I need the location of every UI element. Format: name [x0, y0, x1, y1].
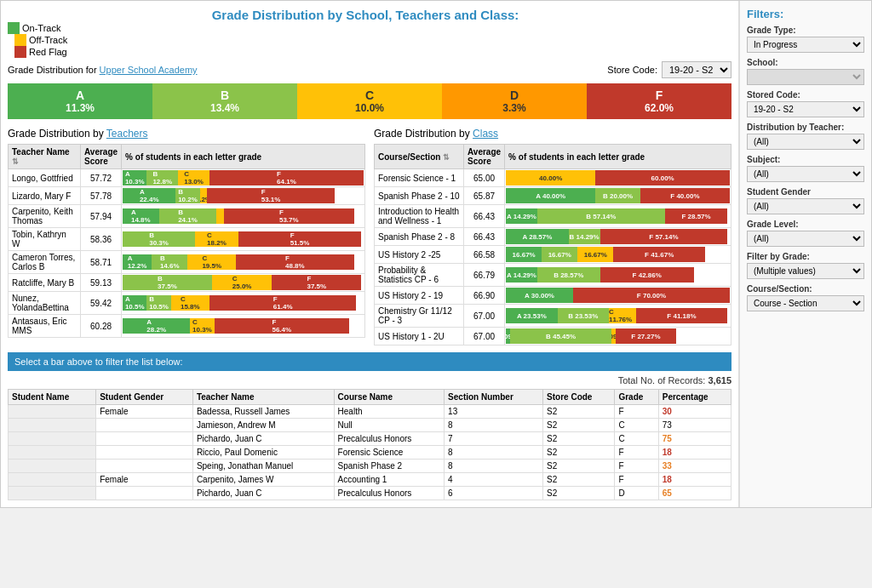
class-name-cell: US History 1 - 2U: [375, 328, 464, 345]
avg-score-cell: 57.78: [81, 187, 122, 205]
bar-cell[interactable]: A 14.8%B 24.1%F 53.7%: [122, 205, 365, 228]
bar-cell[interactable]: A 28.2%C 10.3%F 56.4%: [122, 315, 365, 338]
avg-score-cell: 57.72: [81, 169, 122, 187]
th-course: Course/Section ⇅: [375, 145, 464, 169]
filter-by-grade-label: Filter by Grade:: [747, 252, 864, 261]
grade-f-bar[interactable]: F 62.0%: [587, 83, 731, 119]
class-bar-cell[interactable]: A 23.53%B 23.53%C 11.76%F 41.18%: [505, 305, 731, 328]
subject-label: Subject:: [747, 155, 864, 164]
grade-b-bar[interactable]: B 13.4%: [152, 83, 297, 119]
student-name: [9, 419, 96, 432]
class-link[interactable]: Class: [473, 128, 498, 140]
class-bar-cell[interactable]: 40.00%60.00%: [505, 169, 731, 187]
class-name-cell: Probability & Statistics CP - 6: [375, 264, 464, 287]
grade-d-bar[interactable]: D 3.3%: [442, 83, 587, 119]
class-name-cell: Spanish Phase 2 - 8: [375, 228, 464, 246]
class-avg-cell: 65.00: [464, 169, 505, 187]
bar-cell[interactable]: B 30.3%C 18.2%F 51.5%: [122, 228, 365, 251]
store-code-label: Store Code:: [607, 65, 657, 75]
table-row: US History 2 - 1966.90A 30.00%F 70.00%: [375, 287, 731, 305]
table-row: Lizardo, Mary F57.78A 22.4%B 10.2%C 0.2%…: [9, 187, 365, 205]
store-code-cell: S2: [543, 473, 615, 487]
class-bar-cell[interactable]: A 14.29%B 28.57%F 42.86%: [505, 264, 731, 287]
student-name: [9, 460, 96, 473]
list-item: Riccio, Paul DomenicForensic Science8S2F…: [9, 446, 731, 460]
bar-cell[interactable]: B 37.5%C 25.0%F 37.5%: [122, 274, 365, 292]
class-name-cell: Introduction to Health and Wellness - 1: [375, 205, 464, 228]
bar-cell[interactable]: A 10.3%B 12.8%C 13.0%F 64.1%: [122, 169, 365, 187]
class-avg-cell: 66.79: [464, 264, 505, 287]
gender-cell: Female: [96, 405, 193, 419]
grade-dist-label: Grade Distribution for: [8, 65, 97, 75]
subject-select[interactable]: (All): [747, 166, 864, 182]
gender-cell: [96, 432, 193, 446]
gender-cell: Female: [96, 473, 193, 487]
pct-cell: 30: [658, 405, 731, 419]
th-class-pct: % of students in each letter grade: [505, 145, 731, 169]
avg-score-cell: 57.94: [81, 205, 122, 228]
section-cell: 4: [445, 473, 543, 487]
avg-score-cell: 60.28: [81, 315, 122, 338]
student-gender-select[interactable]: (All): [747, 198, 864, 214]
legend: On-Track Off-Track Red Flag: [8, 22, 731, 58]
bar-cell[interactable]: A 12.2%B 14.6%C 19.5%F 48.8%: [122, 251, 365, 274]
store-code-cell: S2: [543, 432, 615, 446]
class-bar-cell[interactable]: A 30.00%F 70.00%: [505, 287, 731, 305]
teacher-cell: Carpenito, James W: [192, 473, 334, 487]
pct-cell: 18: [658, 473, 731, 487]
bar-cell[interactable]: A 10.5%B 10.5%C 15.8%F 61.4%: [122, 292, 365, 315]
table-row: Introduction to Health and Wellness - 16…: [375, 205, 731, 228]
grade-cell: F: [615, 473, 658, 487]
stored-code-select[interactable]: 19-20 - S2: [747, 101, 864, 117]
class-name-cell: US History 2 - 19: [375, 287, 464, 305]
table-row: US History 1 - 2U67.000.09%B 45.45%0.09%…: [375, 328, 731, 345]
class-name-cell: Spanish Phase 2 - 10: [375, 187, 464, 205]
grade-level-label: Grade Level:: [747, 220, 864, 229]
teacher-name-cell: Lizardo, Mary F: [9, 187, 81, 205]
avg-score-cell: 59.42: [81, 292, 122, 315]
grade-type-select[interactable]: In Progress: [747, 37, 864, 53]
class-bar-cell[interactable]: A 28.57%B 14.29%F 57.14%: [505, 228, 731, 246]
class-avg-cell: 66.43: [464, 228, 505, 246]
list-item: FemaleBadessa, Russell JamesHealth13S2F3…: [9, 405, 731, 419]
gender-cell: [96, 487, 193, 500]
teacher-name-cell: Carpenito, Keith Thomas: [9, 205, 81, 228]
bottom-th: Grade: [615, 390, 658, 405]
class-bar-cell[interactable]: A 40.00%B 20.00%F 40.00%: [505, 187, 731, 205]
grade-cell: D: [615, 487, 658, 500]
class-bar-cell[interactable]: 0.09%B 45.45%0.09%F 27.27%: [505, 328, 731, 345]
grade-c-bar[interactable]: C 10.0%: [297, 83, 442, 119]
store-code-select[interactable]: 19-20 - S2: [662, 61, 731, 78]
class-avg-cell: 67.00: [464, 305, 505, 328]
on-track-legend-box: [8, 22, 20, 34]
bar-cell[interactable]: A 22.4%B 10.2%C 0.2%F 53.1%: [122, 187, 365, 205]
course-cell: Precalculus Honors: [334, 432, 445, 446]
school-name-link[interactable]: Upper School Academy: [100, 65, 198, 75]
class-bar-cell[interactable]: A 14.29%B 57.14%F 28.57%: [505, 205, 731, 228]
table-row: US History 2 -2566.5816.67%16.67%16.67%F…: [375, 246, 731, 264]
grade-cell: C: [615, 432, 658, 446]
teachers-link[interactable]: Teachers: [106, 128, 148, 140]
table-row: Probability & Statistics CP - 666.79A 14…: [375, 264, 731, 287]
th-class-avg: Average Score: [464, 145, 505, 169]
bottom-th: Percentage: [658, 390, 731, 405]
select-bar-message: Select a bar above to filter the list be…: [8, 352, 731, 371]
school-select[interactable]: [747, 69, 864, 85]
store-code-cell: S2: [543, 460, 615, 473]
dist-teacher-select[interactable]: (All): [747, 134, 864, 150]
grade-cell: F: [615, 446, 658, 460]
class-avg-cell: 66.58: [464, 246, 505, 264]
teacher-name-cell: Tobin, Kathryn W: [9, 228, 81, 251]
course-section-select[interactable]: Course - Section: [747, 295, 864, 311]
class-bar-cell[interactable]: 16.67%16.67%16.67%F 41.67%: [505, 246, 731, 264]
gender-cell: [96, 446, 193, 460]
avg-score-cell: 58.71: [81, 251, 122, 274]
grade-a-bar[interactable]: A 11.3%: [8, 83, 152, 119]
table-row: Spanish Phase 2 - 1065.87A 40.00%B 20.00…: [375, 187, 731, 205]
teacher-name-cell: Nunez, YolandaBettina: [9, 292, 81, 315]
list-item: Pichardo, Juan CPrecalculus Honors7S2C75: [9, 432, 731, 446]
grade-level-select[interactable]: (All): [747, 231, 864, 247]
teacher-cell: Jamieson, Andrew M: [192, 419, 334, 432]
course-cell: Null: [334, 419, 445, 432]
filter-by-grade-select[interactable]: (Multiple values): [747, 263, 864, 279]
